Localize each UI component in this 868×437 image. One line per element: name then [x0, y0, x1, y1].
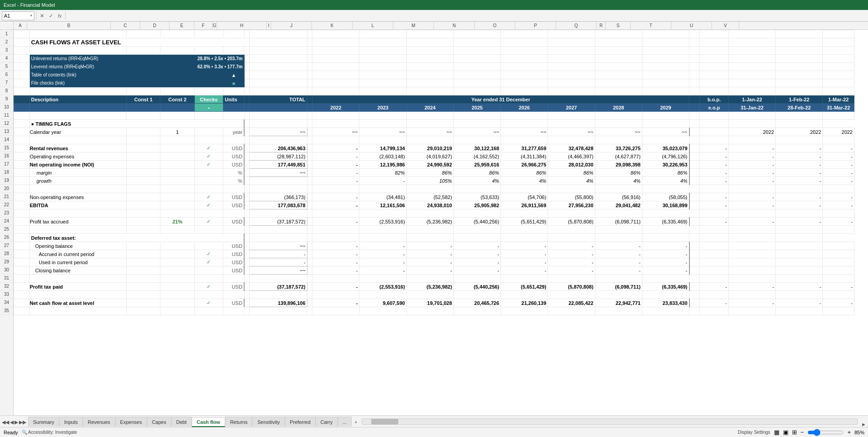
empty-cell[interactable] [595, 185, 642, 193]
r15-c1[interactable] [127, 144, 160, 152]
col-header-L[interactable]: L [353, 22, 393, 29]
r22-a[interactable] [14, 201, 30, 209]
col-header-B[interactable]: B [27, 22, 111, 29]
r6-c18[interactable] [700, 71, 729, 79]
r27-v0[interactable]: - [312, 242, 359, 250]
r24-v1[interactable]: (2,553,916) [359, 218, 406, 226]
r16-r[interactable] [689, 152, 700, 161]
empty-cell[interactable] [689, 275, 700, 283]
col-header-P[interactable]: P [515, 22, 556, 29]
empty-cell[interactable] [194, 291, 223, 299]
r15-r[interactable] [689, 144, 700, 152]
empty-cell[interactable] [689, 87, 700, 95]
r7-c11[interactable] [406, 79, 453, 87]
col-header-C[interactable]: C [111, 22, 140, 29]
r16-a[interactable] [14, 152, 30, 161]
empty-cell[interactable] [307, 136, 312, 144]
empty-cell[interactable] [250, 47, 307, 55]
r24-units[interactable]: USD [223, 218, 244, 226]
h9-r[interactable] [689, 95, 700, 104]
r13-rv1[interactable]: 2022 [728, 128, 775, 136]
r29-g[interactable] [244, 258, 250, 266]
r19-i[interactable] [307, 177, 312, 185]
r29-rv2[interactable] [776, 258, 823, 266]
r27-units[interactable]: USD [223, 242, 244, 250]
r19-c2[interactable] [160, 177, 194, 185]
r7-c15[interactable] [595, 79, 642, 87]
r30-v0[interactable]: - [312, 266, 359, 275]
r6-c11[interactable] [406, 71, 453, 79]
r28-chk[interactable]: ✓ [194, 250, 223, 258]
r16-c2[interactable] [160, 152, 194, 161]
r28-r[interactable] [689, 250, 700, 258]
r21-v5[interactable]: (55,800) [548, 193, 595, 201]
empty-cell[interactable] [14, 30, 30, 38]
r19-v5[interactable]: 4% [548, 177, 595, 185]
r17-chk[interactable]: ✓ [194, 161, 223, 169]
empty-cell[interactable] [127, 30, 160, 38]
empty-cell[interactable] [728, 291, 775, 299]
r32-v2[interactable]: (5,236,982) [406, 283, 453, 291]
r32-c2[interactable] [160, 283, 194, 291]
page-layout-icon[interactable]: ▣ [783, 429, 788, 436]
r28-rv2[interactable] [776, 250, 823, 258]
empty-cell[interactable] [14, 307, 30, 315]
r13-v0[interactable]: ~~ [312, 128, 359, 136]
col-header-A[interactable]: A [14, 22, 27, 29]
r13-v5[interactable]: ~~ [548, 128, 595, 136]
r6-c19[interactable] [728, 71, 775, 79]
r18-c1[interactable] [127, 169, 160, 177]
r13-v2[interactable]: ~~ [406, 128, 453, 136]
r28-total[interactable]: - [250, 250, 307, 258]
empty-cell[interactable] [501, 30, 548, 38]
empty-cell[interactable] [453, 30, 500, 38]
r2-c17[interactable] [689, 38, 700, 47]
r19-label[interactable]: growth [29, 177, 126, 185]
r4-c15[interactable] [595, 55, 642, 63]
r7-c19[interactable] [728, 79, 775, 87]
empty-cell[interactable] [453, 47, 500, 55]
r21-c2[interactable] [160, 193, 194, 201]
r19-a[interactable] [14, 177, 30, 185]
r12-c8[interactable] [595, 120, 642, 128]
empty-cell[interactable] [501, 307, 548, 315]
empty-cell[interactable] [689, 307, 700, 315]
r4-c9[interactable] [312, 55, 359, 63]
hdr-date2[interactable]: 1-Feb-22 [776, 95, 823, 104]
zoom-in-icon[interactable]: + [847, 429, 851, 436]
r17-rv0[interactable]: - [700, 161, 729, 169]
empty-cell[interactable] [700, 185, 729, 193]
r16-c1[interactable] [127, 152, 160, 161]
r6-c7[interactable] [250, 71, 307, 79]
empty-cell[interactable] [29, 209, 126, 218]
r5-c8[interactable] [307, 63, 312, 71]
empty-cell[interactable] [595, 47, 642, 55]
sh10-yr-2025[interactable]: 2025 [453, 104, 500, 112]
r16-v5[interactable]: (4,466,397) [548, 152, 595, 161]
r21-rv2[interactable]: - [776, 193, 823, 201]
r16-v0[interactable]: - [312, 152, 359, 161]
r29-a[interactable] [14, 258, 30, 266]
empty-cell[interactable] [359, 136, 406, 144]
r6-c13[interactable] [501, 71, 548, 79]
r27-g[interactable] [244, 242, 250, 250]
empty-cell[interactable] [548, 307, 595, 315]
empty-cell[interactable] [127, 185, 160, 193]
r2-c19[interactable] [728, 38, 775, 47]
empty-cell[interactable] [728, 307, 775, 315]
empty-cell[interactable] [700, 87, 729, 95]
col-header-J[interactable]: J [271, 22, 312, 29]
empty-cell[interactable] [250, 226, 307, 234]
r21-rv1[interactable]: - [728, 193, 775, 201]
r5-c10[interactable] [359, 63, 406, 71]
zoom-slider[interactable] [807, 429, 844, 436]
empty-cell[interactable] [406, 136, 453, 144]
sheet-tab-inputs[interactable]: Inputs [59, 417, 83, 427]
r2-c14[interactable] [548, 38, 595, 47]
r17-rv1[interactable]: - [728, 161, 775, 169]
r4-c21[interactable] [823, 55, 854, 63]
r2-a[interactable] [14, 38, 30, 47]
empty-cell[interactable] [359, 307, 406, 315]
empty-cell[interactable] [250, 307, 307, 315]
h9-a[interactable] [14, 95, 30, 104]
